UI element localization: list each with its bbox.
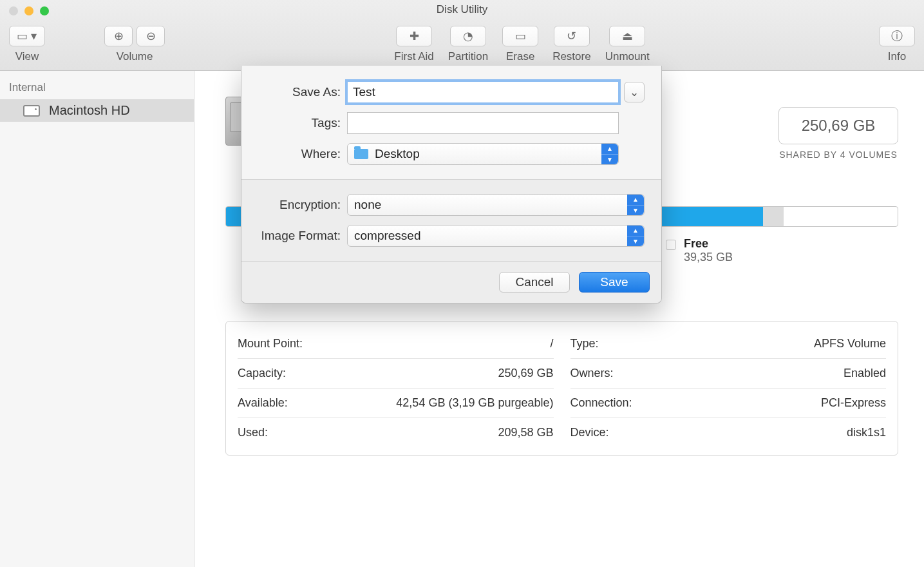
chevron-down-icon: ⌄: [630, 86, 639, 99]
sidebar-section-internal: Internal: [0, 79, 194, 99]
info-value: /: [550, 337, 553, 351]
where-value: Desktop: [375, 147, 420, 161]
where-select[interactable]: Desktop ▲▼: [347, 143, 619, 165]
tags-label: Tags:: [258, 116, 347, 130]
toolbar-group-partition: ◔ Partition: [448, 26, 488, 63]
format-select[interactable]: compressed ▲▼: [347, 225, 645, 247]
expand-button[interactable]: ⌄: [624, 82, 645, 102]
info-value: 209,58 GB: [498, 426, 553, 439]
format-value: compressed: [354, 229, 421, 243]
restore-label: Restore: [552, 50, 591, 63]
sidebar-item-macintosh-hd[interactable]: Macintosh HD: [0, 99, 194, 122]
info-row: Available: 42,54 GB (3,19 GB purgeable): [238, 389, 554, 418]
toolbar-group-erase: ▭ Erase: [502, 26, 538, 63]
cancel-button[interactable]: Cancel: [499, 272, 570, 293]
info-row: Type: APFS Volume: [570, 329, 887, 359]
save-button[interactable]: Save: [579, 272, 650, 293]
sidebar: Internal Macintosh HD: [0, 71, 194, 567]
usage-segment-other: [763, 207, 783, 226]
partition-label: Partition: [448, 50, 488, 63]
info-label: Device:: [570, 426, 609, 439]
info-label: Owners:: [570, 367, 614, 380]
format-label: Image Format:: [258, 229, 347, 243]
folder-icon: [354, 149, 368, 159]
view-button[interactable]: ▭ ▾: [9, 26, 45, 46]
info-button[interactable]: ⓘ: [879, 26, 915, 46]
info-label: Used:: [238, 426, 268, 439]
erase-button[interactable]: ▭: [502, 26, 538, 46]
info-col-right: Type: APFS Volume Owners: Enabled Connec…: [570, 329, 887, 447]
volume-minus-icon: ⊖: [146, 30, 156, 42]
encryption-select[interactable]: none ▲▼: [347, 194, 645, 216]
unmount-label: Unmount: [605, 50, 650, 63]
info-value: disk1s1: [847, 426, 886, 439]
info-label: Capacity:: [238, 367, 286, 380]
legend-swatch-free: [666, 240, 676, 250]
volume-remove-button[interactable]: ⊖: [137, 26, 165, 46]
partition-button[interactable]: ◔: [450, 26, 486, 46]
info-value: Enabled: [844, 367, 886, 380]
save-as-input[interactable]: [347, 81, 619, 103]
encryption-value: none: [354, 198, 381, 212]
info-row: Device: disk1s1: [570, 418, 887, 447]
info-value: APFS Volume: [814, 337, 886, 351]
restore-button[interactable]: ↺: [554, 26, 590, 46]
info-value: 250,69 GB: [498, 367, 553, 380]
capacity-badge: 250,69 GB: [778, 107, 898, 144]
volume-plus-icon: ⊕: [114, 30, 124, 42]
sidebar-item-label: Macintosh HD: [49, 103, 130, 118]
select-stepper-icon: ▲▼: [627, 195, 644, 215]
legend-free-value: 39,35 GB: [684, 251, 733, 264]
erase-label: Erase: [506, 50, 534, 63]
toolbar-group-firstaid: ✚ First Aid: [394, 26, 433, 63]
toolbar-group-info: ⓘ Info: [879, 26, 915, 63]
eraser-icon: ▭: [515, 30, 526, 42]
toolbar-group-unmount: ⏏ Unmount: [605, 26, 650, 63]
select-stepper-icon: ▲▼: [601, 144, 618, 164]
save-sheet: Save As: ⌄ Tags: Where: Desktop ▲▼: [241, 66, 662, 303]
row-save-as: Save As: ⌄: [258, 81, 645, 103]
info-label: Type:: [570, 337, 599, 351]
row-where: Where: Desktop ▲▼: [258, 143, 645, 165]
volume-label: Volume: [117, 50, 153, 63]
toolbar-group-volume: ⊕ ⊖ Volume: [104, 26, 165, 63]
info-value: PCI-Express: [821, 396, 886, 410]
content-row: Internal Macintosh HD 250,69 GB SHARED B…: [0, 71, 924, 567]
info-value: 42,54 GB (3,19 GB purgeable): [396, 396, 553, 410]
first-aid-button[interactable]: ✚: [396, 26, 432, 46]
info-label: Mount Point:: [238, 337, 303, 351]
eject-icon: ⏏: [622, 30, 633, 42]
main-pane: 250,69 GB SHARED BY 4 VOLUMES Free 39,35…: [194, 71, 924, 567]
volume-icon: [23, 105, 40, 117]
info-row: Capacity: 250,69 GB: [238, 359, 554, 389]
unmount-button[interactable]: ⏏: [609, 26, 645, 46]
row-encryption: Encryption: none ▲▼: [258, 194, 645, 216]
volume-add-button[interactable]: ⊕: [104, 26, 133, 46]
info-col-left: Mount Point: / Capacity: 250,69 GB Avail…: [238, 329, 554, 447]
first-aid-label: First Aid: [394, 50, 433, 63]
row-format: Image Format: compressed ▲▼: [258, 225, 645, 247]
info-grid: Mount Point: / Capacity: 250,69 GB Avail…: [225, 321, 898, 456]
tags-input[interactable]: [347, 112, 619, 134]
info-label: Info: [888, 50, 906, 63]
legend-free: Free 39,35 GB: [666, 237, 733, 264]
toolbar-group-restore: ↺ Restore: [552, 26, 591, 63]
info-row: Mount Point: /: [238, 329, 554, 359]
row-tags: Tags:: [258, 112, 645, 134]
toolbar: ▭ ▾ View ⊕ ⊖ Volume ✚ First Aid ◔ Partit…: [0, 24, 924, 71]
info-row: Used: 209,58 GB: [238, 418, 554, 447]
info-label: Connection:: [570, 396, 632, 410]
sidebar-icon: ▭ ▾: [17, 30, 37, 42]
sheet-section-mid: Encryption: none ▲▼ Image Format: compre…: [241, 180, 661, 262]
restore-icon: ↺: [567, 30, 576, 42]
toolbar-group-view: ▭ ▾ View: [9, 26, 45, 63]
save-as-label: Save As:: [258, 85, 347, 99]
where-label: Where:: [258, 147, 347, 161]
titlebar: Disk Utility ▭ ▾ View ⊕ ⊖ Volume ✚ First…: [0, 0, 924, 71]
stethoscope-icon: ✚: [410, 30, 419, 42]
sheet-section-bottom: Cancel Save: [241, 262, 661, 303]
info-label: Available:: [238, 396, 288, 410]
window-title: Disk Utility: [0, 3, 924, 16]
info-row: Connection: PCI-Express: [570, 389, 887, 418]
view-label: View: [15, 50, 39, 63]
